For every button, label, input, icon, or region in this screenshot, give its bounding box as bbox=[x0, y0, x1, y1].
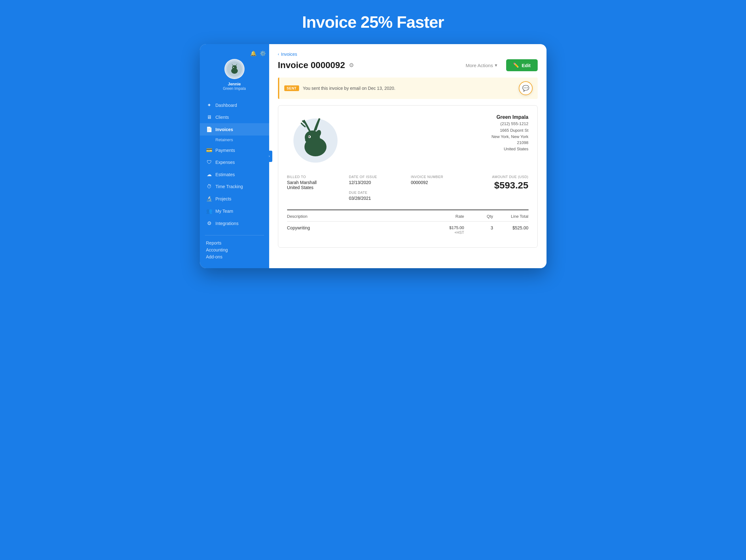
invoice-table-header: Description Rate Qty Line Total bbox=[287, 214, 528, 222]
sidebar-item-invoices-label: Invoices bbox=[216, 127, 233, 132]
sidebar-bottom-links: Reports Accounting Add-ons bbox=[200, 238, 269, 262]
notification-icon-button[interactable]: 🔔 bbox=[250, 51, 257, 56]
payments-icon: 💳 bbox=[206, 147, 212, 153]
sidebar-item-projects-label: Projects bbox=[216, 196, 232, 201]
settings-icon-button[interactable]: ⚙️ bbox=[260, 51, 266, 56]
company-logo bbox=[287, 114, 344, 165]
edit-button-label: Edit bbox=[522, 63, 530, 68]
sidebar-user-name: Jennie bbox=[228, 82, 241, 86]
col-qty-header: Qty bbox=[468, 214, 493, 219]
chat-bubble-button[interactable]: 💬 bbox=[519, 81, 533, 95]
sidebar-nav: ✦ Dashboard 🖥 Clients 📄 Invoices Retaine… bbox=[200, 96, 269, 233]
table-row: Copywriting $175.00 +HST 3 $525.00 bbox=[287, 222, 528, 239]
invoice-title: Invoice 0000092 bbox=[278, 60, 345, 70]
sidebar-item-integrations[interactable]: ⚙ Integrations bbox=[200, 217, 269, 229]
sent-badge: SENT bbox=[284, 85, 299, 91]
sent-banner-left: SENT You sent this invoice by email on D… bbox=[284, 85, 396, 91]
line-item-description: Copywriting bbox=[287, 225, 423, 235]
breadcrumb-chevron-icon: ‹ bbox=[278, 52, 279, 56]
app-container: 🔔 ⚙️ Jennie Green Impala bbox=[200, 44, 546, 268]
col-rate-header: Rate bbox=[426, 214, 464, 219]
sidebar-item-estimates[interactable]: ☁ Estimates bbox=[200, 168, 269, 181]
sidebar-item-estimates-label: Estimates bbox=[216, 172, 235, 177]
company-address-line4: United States bbox=[504, 147, 528, 151]
more-actions-label: More Actions bbox=[465, 63, 493, 68]
sidebar-item-expenses-label: Expenses bbox=[216, 160, 235, 165]
company-address: 1665 Dupont St New York, New York 21098 … bbox=[491, 127, 528, 152]
sidebar-item-payments[interactable]: 💳 Payments bbox=[200, 144, 269, 156]
date-group: Date of Issue 12/13/2020 Due Date 03/28/… bbox=[349, 175, 405, 201]
sidebar-addons-link[interactable]: Add-ons bbox=[206, 254, 263, 259]
sidebar-item-clients-label: Clients bbox=[216, 115, 229, 120]
sidebar-item-integrations-label: Integrations bbox=[216, 221, 238, 226]
sidebar-item-dashboard[interactable]: ✦ Dashboard bbox=[200, 99, 269, 111]
sidebar: 🔔 ⚙️ Jennie Green Impala bbox=[200, 44, 269, 268]
billed-to-name: Sarah Marshall bbox=[287, 180, 343, 185]
sidebar-item-projects[interactable]: 🔬 Projects bbox=[200, 193, 269, 205]
sidebar-reports-link[interactable]: Reports bbox=[206, 240, 263, 245]
expenses-icon: 🛡 bbox=[206, 159, 212, 165]
sidebar-item-expenses[interactable]: 🛡 Expenses bbox=[200, 156, 269, 168]
clients-icon: 🖥 bbox=[206, 114, 212, 120]
company-address-line3: 21098 bbox=[517, 140, 528, 145]
billed-to-label: Billed To bbox=[287, 175, 343, 179]
my-team-icon: 👥 bbox=[206, 208, 212, 214]
svg-point-3 bbox=[233, 67, 234, 68]
edit-button[interactable]: ✏️ Edit bbox=[506, 59, 537, 71]
sidebar-item-dashboard-label: Dashboard bbox=[216, 103, 237, 108]
company-phone: (212) 555-1212 bbox=[491, 121, 528, 126]
chat-bubble-icon: 💬 bbox=[522, 85, 529, 92]
sidebar-accounting-link[interactable]: Accounting bbox=[206, 247, 263, 253]
company-name: Green Impala bbox=[491, 114, 528, 120]
company-info-right: Green Impala (212) 555-1212 1665 Dupont … bbox=[491, 114, 528, 152]
main-content: ‹ Invoices Invoice 0000092 ⚙ More Action… bbox=[269, 44, 546, 268]
due-date-label: Due Date bbox=[349, 191, 405, 195]
amount-due-value: $593.25 bbox=[473, 180, 528, 191]
more-actions-button[interactable]: More Actions ▾ bbox=[462, 60, 501, 70]
filter-icon[interactable]: ⚙ bbox=[349, 62, 354, 69]
sidebar-item-my-team-label: My Team bbox=[216, 209, 233, 214]
sent-banner-message: You sent this invoice by email on Dec 13… bbox=[303, 86, 396, 91]
edit-pencil-icon: ✏️ bbox=[513, 62, 519, 68]
company-address-line1: 1665 Dupont St bbox=[500, 128, 528, 133]
line-item-rate: $175.00 +HST bbox=[426, 225, 464, 235]
sidebar-item-invoices[interactable]: 📄 Invoices bbox=[200, 123, 269, 136]
line-item-total: $525.00 bbox=[497, 225, 528, 235]
billed-to-country: United States bbox=[287, 185, 343, 190]
sidebar-item-time-tracking[interactable]: ⏱ Time Tracking bbox=[200, 181, 269, 193]
main-inner: ‹ Invoices Invoice 0000092 ⚙ More Action… bbox=[269, 44, 546, 268]
sidebar-item-clients[interactable]: 🖥 Clients bbox=[200, 111, 269, 123]
sidebar-divider bbox=[205, 235, 264, 235]
line-item-qty: 3 bbox=[468, 225, 493, 235]
amount-due-group: Amount Due (USD) $593.25 bbox=[473, 175, 528, 201]
more-actions-chevron-icon: ▾ bbox=[495, 62, 497, 68]
due-date-value: 03/28/2021 bbox=[349, 196, 405, 201]
invoice-table-top-divider bbox=[287, 210, 528, 210]
sidebar-user-company: Green Impala bbox=[223, 86, 246, 91]
svg-point-9 bbox=[309, 136, 310, 138]
invoice-number-group: Invoice Number 0000092 bbox=[411, 175, 467, 201]
sidebar-item-retainers[interactable]: Retainers bbox=[200, 136, 269, 144]
date-of-issue-label: Date of Issue bbox=[349, 175, 405, 179]
amount-due-label: Amount Due (USD) bbox=[473, 175, 528, 179]
invoices-icon: 📄 bbox=[206, 126, 212, 132]
estimates-icon: ☁ bbox=[206, 171, 212, 177]
breadcrumb[interactable]: ‹ Invoices bbox=[278, 52, 538, 57]
integrations-icon: ⚙ bbox=[206, 220, 212, 226]
sidebar-collapse-handle[interactable]: › bbox=[267, 151, 272, 162]
sent-banner: SENT You sent this invoice by email on D… bbox=[278, 78, 538, 99]
sidebar-item-my-team[interactable]: 👥 My Team bbox=[200, 205, 269, 217]
sidebar-item-retainers-label: Retainers bbox=[216, 138, 233, 142]
invoice-card: Green Impala (212) 555-1212 1665 Dupont … bbox=[278, 105, 538, 248]
header-actions: More Actions ▾ ✏️ Edit bbox=[462, 59, 537, 71]
date-of-issue-value: 12/13/2020 bbox=[349, 180, 405, 185]
invoice-number-value: 0000092 bbox=[411, 180, 467, 185]
svg-point-2 bbox=[232, 65, 237, 70]
breadcrumb-label: Invoices bbox=[281, 52, 297, 57]
dashboard-icon: ✦ bbox=[206, 102, 212, 108]
hero-title: Invoice 25% Faster bbox=[302, 12, 444, 31]
projects-icon: 🔬 bbox=[206, 196, 212, 202]
invoice-header: Invoice 0000092 ⚙ More Actions ▾ ✏️ Edit bbox=[278, 59, 538, 71]
invoice-details-row: Billed To Sarah Marshall United States D… bbox=[287, 175, 528, 201]
invoice-title-row: Invoice 0000092 ⚙ bbox=[278, 60, 354, 70]
